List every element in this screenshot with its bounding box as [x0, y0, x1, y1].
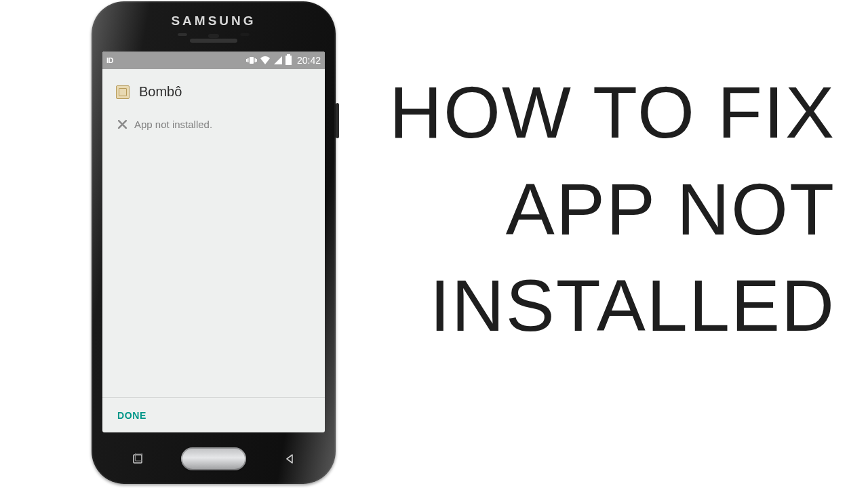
install-error-text: App not installed. — [134, 119, 212, 130]
notification-badge-icon: ID — [106, 56, 113, 64]
install-error-row: App not installed. — [102, 110, 325, 130]
svg-rect-5 — [134, 455, 142, 463]
recent-apps-icon[interactable] — [132, 453, 143, 464]
home-button[interactable] — [181, 447, 246, 470]
app-name: Bombô — [139, 84, 182, 100]
installer-bottom-bar: DONE — [102, 397, 325, 432]
earpiece-speaker — [190, 39, 237, 43]
phone-device: SAMSUNG ID — [92, 1, 336, 484]
back-icon[interactable] — [284, 453, 295, 464]
phone-top-bezel: SAMSUNG — [92, 1, 336, 50]
phone-brand: SAMSUNG — [92, 14, 336, 28]
app-icon — [116, 85, 130, 99]
svg-rect-1 — [248, 58, 249, 62]
status-bar-right: 20:42 — [246, 55, 321, 66]
status-bar-clock: 20:42 — [297, 55, 321, 66]
status-bar-left: ID — [106, 56, 113, 64]
phone-screen: ID 20:42 — [102, 52, 325, 432]
proximity-sensor — [208, 34, 219, 38]
done-button[interactable]: DONE — [117, 410, 146, 421]
headline: HOW TO FIX APP NOT INSTALLED — [389, 64, 835, 354]
cell-signal-icon — [273, 56, 283, 65]
phone-nav-bar — [92, 434, 336, 484]
headline-line-2: APP NOT — [389, 161, 835, 258]
svg-rect-4 — [256, 59, 257, 62]
vibrate-icon — [246, 56, 257, 65]
svg-rect-2 — [246, 59, 248, 62]
headline-line-3: INSTALLED — [389, 258, 835, 354]
headline-line-1: HOW TO FIX — [389, 64, 835, 161]
installer-header: Bombô — [102, 69, 325, 110]
status-bar: ID 20:42 — [102, 52, 325, 69]
screen-spacer — [102, 130, 325, 397]
svg-rect-0 — [250, 57, 254, 64]
error-x-icon — [117, 119, 127, 129]
battery-icon — [285, 56, 292, 65]
svg-rect-3 — [254, 58, 256, 62]
wifi-icon — [260, 56, 271, 65]
